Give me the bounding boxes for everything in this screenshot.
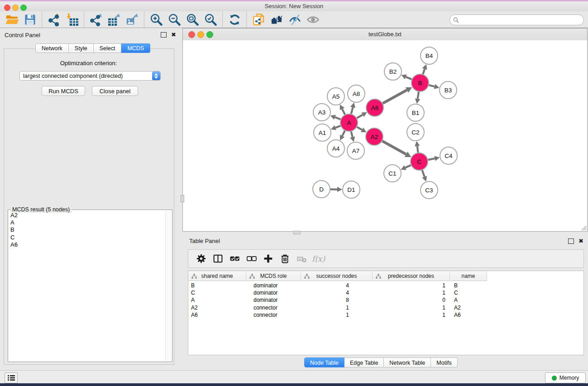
graph-node-C2[interactable]: C2 [407, 124, 424, 141]
tab-select[interactable]: Select [94, 43, 122, 53]
graph-edge-A6-B[interactable] [383, 90, 407, 103]
column-header-name[interactable]: name [450, 271, 487, 281]
table-row-A6[interactable]: A6connector11A6 [188, 312, 487, 319]
graph-node-A4[interactable]: A4 [327, 140, 344, 157]
graph-edge-B-B3[interactable] [429, 85, 435, 86]
zoom-in-button[interactable] [147, 12, 165, 27]
graph-edge-A-A5[interactable] [342, 109, 345, 114]
tab-network-table[interactable]: Network Table [384, 357, 431, 367]
delete-column-button[interactable] [277, 252, 293, 266]
graph-edge-A-A8[interactable] [351, 107, 353, 114]
zoom-selected-button[interactable] [201, 12, 220, 27]
first-neighbors-button[interactable] [268, 12, 286, 27]
graph-node-D1[interactable]: D1 [343, 181, 360, 198]
graph-node-B3[interactable]: B3 [440, 81, 457, 99]
float-table-panel-icon[interactable] [568, 238, 574, 244]
table-row-A2[interactable]: A2connector11A2 [188, 305, 487, 312]
column-header-predecessor-nodes[interactable]: predecessor nodes [373, 271, 450, 281]
graph-node-A[interactable]: A [340, 114, 358, 131]
graph-edge-C-C2[interactable] [417, 146, 418, 152]
result-item[interactable]: A6 [9, 241, 166, 248]
close-panel-button[interactable]: Close panel [92, 86, 138, 96]
new-network-from-selection-button[interactable] [249, 12, 268, 27]
graph-edge-C-C3[interactable] [422, 170, 425, 177]
import-table-button[interactable] [63, 12, 81, 27]
add-column-button[interactable] [260, 252, 277, 266]
graph-edge-A-A4[interactable] [342, 131, 345, 136]
graph-edge-B-B2[interactable] [406, 77, 412, 79]
save-session-button[interactable] [21, 12, 39, 27]
result-item[interactable]: A [9, 219, 166, 226]
graph-node-B1[interactable]: B1 [407, 104, 424, 121]
tab-network[interactable]: Network [35, 43, 69, 53]
memory-button[interactable]: Memory [545, 372, 586, 383]
table-row-C[interactable]: Cdominator41C [188, 290, 487, 297]
column-header-MCDS-role[interactable]: MCDS role [246, 271, 301, 281]
optimization-criterion-dropdown[interactable]: largest connected component (directed) [19, 71, 161, 81]
graph-edge-A-A7[interactable] [351, 131, 353, 137]
tab-node-table[interactable]: Node Table [304, 357, 344, 367]
run-mcds-button[interactable]: Run MCDS [42, 86, 85, 96]
tab-mcds[interactable]: MCDS [121, 43, 150, 53]
refresh-layout-button[interactable] [225, 12, 244, 27]
graph-edge-C-C1[interactable] [405, 165, 411, 167]
deselect-all-checkboxes-button[interactable] [243, 252, 260, 266]
graph-edge-B-B4[interactable] [423, 69, 425, 74]
close-table-panel-icon[interactable]: ✖ [578, 239, 583, 243]
graph-edge-A-A1[interactable] [335, 126, 340, 128]
graph-node-A1[interactable]: A1 [314, 124, 331, 141]
close-panel-icon[interactable]: ✖ [171, 33, 176, 37]
graph-edge-A-A3[interactable] [335, 117, 340, 119]
graph-node-B4[interactable]: B4 [421, 47, 438, 64]
network-canvas[interactable]: B4 B2 B B3 A8 A5 A6 A3 B1 A A1 C2 A2 [183, 40, 587, 231]
tab-edge-table[interactable]: Edge Table [344, 357, 384, 367]
graph-node-D[interactable]: D [313, 181, 330, 198]
graph-node-C4[interactable]: C4 [440, 147, 457, 164]
settings-gear-button[interactable] [193, 252, 210, 266]
graph-node-A5[interactable]: A5 [327, 88, 344, 105]
tab-style[interactable]: Style [69, 43, 94, 53]
graph-node-B2[interactable]: B2 [384, 63, 402, 80]
tab-motifs[interactable]: Motifs [431, 357, 457, 367]
show-panels-list-button[interactable] [5, 372, 18, 383]
result-item[interactable]: A2 [9, 212, 166, 219]
result-list-scrollbar[interactable] [165, 210, 172, 361]
search-input[interactable] [459, 16, 583, 24]
bottom-divider-handle[interactable] [293, 231, 301, 234]
zoom-fit-button[interactable] [183, 12, 201, 27]
graph-node-C3[interactable]: C3 [421, 181, 438, 199]
graph-node-A7[interactable]: A7 [347, 142, 364, 159]
graph-node-A3[interactable]: A3 [313, 104, 330, 121]
open-session-button[interactable] [3, 12, 21, 27]
graph-node-C[interactable]: C [411, 153, 428, 170]
graph-node-A2[interactable]: A2 [366, 128, 383, 145]
delete-table-button[interactable] [293, 252, 310, 266]
import-network-button[interactable] [45, 12, 63, 27]
select-all-checkboxes-button[interactable] [226, 252, 243, 266]
graph-node-B[interactable]: B [411, 74, 429, 91]
graph-node-A8[interactable]: A8 [348, 85, 365, 102]
export-image-button[interactable] [123, 12, 141, 27]
float-panel-icon[interactable] [161, 32, 167, 38]
graph-node-C1[interactable]: C1 [384, 165, 401, 182]
graph-edge-A2-C[interactable] [382, 141, 406, 154]
search-field[interactable] [449, 14, 584, 25]
export-table-button[interactable] [105, 12, 123, 27]
left-divider-handle[interactable] [181, 195, 184, 202]
graph-edge-B-B1[interactable] [418, 92, 419, 99]
graph-node-A6[interactable]: A6 [366, 99, 383, 116]
hide-selected-button[interactable] [286, 12, 304, 27]
export-network-button[interactable] [87, 12, 105, 27]
result-item[interactable]: B [9, 226, 166, 234]
show-all-button[interactable] [304, 12, 322, 27]
window-resize-grip[interactable] [580, 224, 587, 231]
table-row-A[interactable]: Adominator80A [188, 297, 487, 304]
column-header-successor-nodes[interactable]: successor nodes [301, 271, 373, 281]
column-header-shared-name[interactable]: shared name [188, 271, 246, 281]
column-layout-button[interactable] [210, 252, 226, 266]
graph-edge-C-C4[interactable] [428, 158, 435, 160]
graph-edge-A-A2[interactable] [357, 127, 362, 130]
table-row-B[interactable]: Bdominator41B [188, 282, 487, 290]
zoom-out-button[interactable] [165, 12, 183, 27]
function-builder-button[interactable]: f(x) [310, 252, 327, 266]
